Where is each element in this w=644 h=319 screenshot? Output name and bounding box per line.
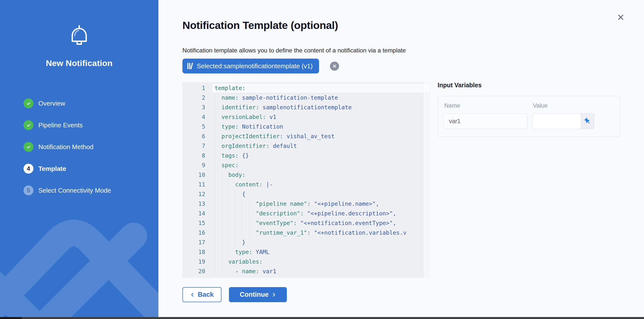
yaml-editor[interactable]: 1template:2 name: sample-notification-te… (182, 82, 430, 278)
code-line: 11 content: |- (182, 180, 430, 189)
code-line: 5 type: Notification (182, 122, 430, 132)
code-text: spec: (214, 160, 238, 170)
selected-template-label: Selected:samplenotificationtemplate (v1) (197, 62, 312, 70)
sidebar-step-select-connectivity-mode[interactable]: 5Select Connectivity Mode (0, 180, 158, 201)
step-number: 4 (24, 164, 34, 174)
line-number: 10 (182, 170, 205, 180)
line-number: 1 (182, 83, 205, 93)
code-text: content: |- (214, 180, 273, 189)
step-check-icon (24, 120, 34, 130)
line-number: 17 (182, 238, 205, 247)
line-number: 8 (182, 151, 205, 160)
code-line: 15 "eventType": "<+notification.eventTyp… (182, 218, 430, 228)
editor-scrollbar[interactable] (423, 82, 430, 278)
sidebar-step-notification-method[interactable]: Notification Method (0, 136, 158, 158)
step-label: Template (38, 165, 66, 173)
line-number: 9 (182, 160, 205, 170)
code-text: type: YAML (214, 247, 270, 257)
step-label: Notification Method (38, 143, 94, 151)
line-number: 6 (182, 132, 205, 141)
line-number: 13 (182, 199, 205, 209)
variable-value-input[interactable] (532, 113, 581, 129)
chevron-right-icon (272, 293, 276, 297)
selected-template-chip[interactable]: Selected:samplenotificationtemplate (v1) (182, 59, 319, 73)
step-label: Pipeline Events (38, 121, 83, 129)
code-text: name: sample-notification-template (214, 93, 338, 103)
continue-button-label: Continue (240, 291, 269, 299)
code-text: versionLabel: v1 (214, 112, 276, 122)
sidebar-step-overview[interactable]: Overview (0, 92, 158, 114)
code-text: "description": "<+pipeline.description>"… (214, 209, 396, 218)
pin-button[interactable] (581, 113, 594, 129)
code-line: 10 body: (182, 170, 430, 180)
line-number: 15 (182, 218, 205, 228)
wizard-sidebar: New Notification OverviewPipeline Events… (0, 0, 158, 319)
code-text: } (214, 238, 246, 247)
code-text: "pipeline name": "<+pipeline.name>", (214, 199, 379, 209)
code-line: 20 - name: var1 (182, 267, 430, 276)
line-number: 19 (182, 257, 205, 267)
line-number: 3 (182, 103, 205, 112)
wizard-title: New Notification (0, 58, 158, 68)
code-line: 3 identifier: samplenotificationtemplate (182, 103, 430, 112)
code-line: 6 projectIdentifier: vishal_av_test (182, 132, 430, 141)
code-text: "eventType": "<+notification.eventType>"… (214, 218, 396, 228)
code-line: 13 "pipeline name": "<+pipeline.name>", (182, 199, 430, 209)
code-text: variables: (214, 257, 262, 267)
step-check-icon (24, 142, 34, 152)
chevron-left-icon (190, 293, 195, 297)
selected-template-row: Selected:samplenotificationtemplate (v1) (182, 59, 339, 73)
step-check-icon (24, 98, 34, 108)
line-number: 12 (182, 189, 205, 199)
step-label: Select Connectivity Mode (38, 187, 111, 194)
line-number: 7 (182, 141, 205, 151)
code-text: template: (214, 83, 246, 93)
sidebar-step-template[interactable]: 4Template (0, 158, 158, 180)
line-number: 20 (182, 267, 205, 276)
code-lines: 1template:2 name: sample-notification-te… (182, 82, 430, 276)
code-text: { (214, 189, 246, 199)
name-column-header: Name (444, 102, 460, 109)
continue-button[interactable]: Continue (229, 287, 287, 302)
close-icon[interactable] (615, 12, 626, 23)
line-number: 5 (182, 122, 205, 132)
code-text: type: Notification (214, 122, 283, 132)
template-library-icon (187, 62, 193, 70)
remove-template-icon[interactable] (330, 61, 339, 71)
new-notification-wizard: New Notification OverviewPipeline Events… (0, 0, 644, 319)
page-title: Notification Template (optional) (182, 19, 338, 31)
code-line: 16 "runtime_var_1": "<+notification.vari… (182, 228, 430, 238)
bottom-bar (0, 317, 644, 319)
code-text: body: (214, 170, 246, 180)
sidebar-step-pipeline-events[interactable]: Pipeline Events (0, 114, 158, 136)
pin-icon (584, 117, 591, 125)
back-button[interactable]: Back (182, 287, 222, 302)
step-number: 5 (24, 185, 34, 195)
value-column-header: Value (533, 102, 548, 109)
code-line: 1template: (182, 83, 430, 93)
bell-icon (67, 24, 92, 49)
input-variables-card: Name Value (438, 96, 620, 137)
code-text: orgIdentifier: default (214, 141, 297, 151)
code-line: 19 variables: (182, 257, 430, 267)
input-variables-title: Input Variables (438, 82, 482, 89)
line-number: 16 (182, 228, 205, 238)
code-text: projectIdentifier: vishal_av_test (214, 132, 334, 141)
code-line: 12 { (182, 189, 430, 199)
harness-logo-watermark (0, 201, 158, 318)
code-text: tags: {} (214, 151, 249, 160)
line-number: 14 (182, 209, 205, 218)
code-line: 2 name: sample-notification-template (182, 93, 430, 103)
line-number: 18 (182, 247, 205, 257)
back-button-label: Back (198, 291, 214, 299)
code-line: 9 spec: (182, 160, 430, 170)
code-line: 18 type: YAML (182, 247, 430, 257)
line-number: 4 (182, 112, 205, 122)
code-text: - name: var1 (214, 267, 276, 276)
line-number: 11 (182, 180, 205, 189)
step-label: Overview (38, 100, 65, 107)
variable-name-input[interactable] (443, 113, 528, 129)
bottom-bar-dark-segment (0, 317, 22, 319)
code-text: "runtime_var_1": "<+notification.variabl… (214, 228, 406, 238)
code-text: identifier: samplenotificationtemplate (214, 103, 352, 112)
